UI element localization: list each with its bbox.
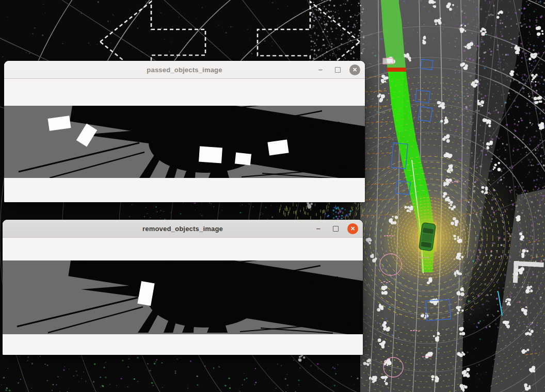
minimize-button[interactable]: – xyxy=(313,223,324,234)
titlebar-removed-objects[interactable]: removed_objects_image – ✕ xyxy=(3,220,363,238)
image-canvas-passed xyxy=(4,79,365,202)
window-controls: – ✕ xyxy=(315,61,360,78)
window-controls: – ✕ xyxy=(313,220,358,237)
window-title: removed_objects_image xyxy=(142,225,223,233)
maximize-icon xyxy=(335,67,341,73)
maximize-button[interactable] xyxy=(332,64,343,75)
minimize-icon: – xyxy=(318,67,323,72)
window-passed-objects: passed_objects_image – ✕ xyxy=(4,61,365,202)
minimize-button[interactable]: – xyxy=(315,64,326,75)
close-button[interactable]: ✕ xyxy=(347,223,358,234)
image-canvas-removed xyxy=(3,238,363,355)
window-title: passed_objects_image xyxy=(147,66,222,74)
titlebar-passed-objects[interactable]: passed_objects_image – ✕ xyxy=(4,61,365,79)
close-button[interactable]: ✕ xyxy=(349,64,360,75)
maximize-icon xyxy=(333,226,339,232)
close-icon: ✕ xyxy=(352,67,357,73)
window-removed-objects: removed_objects_image – ✕ xyxy=(3,220,363,355)
occupancy-image-removed xyxy=(3,260,363,334)
minimize-icon: – xyxy=(316,226,320,231)
occupancy-image-passed xyxy=(4,106,365,178)
path-stop-mark xyxy=(387,68,406,72)
close-icon: ✕ xyxy=(350,225,355,232)
maximize-button[interactable] xyxy=(330,223,341,234)
